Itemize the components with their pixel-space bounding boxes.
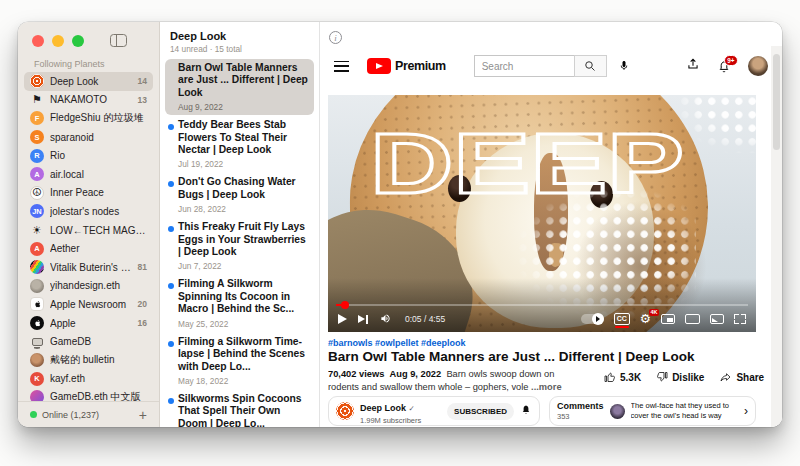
- video-player[interactable]: DEEP 0:05 / 4:55: [328, 95, 756, 332]
- channel-logo-icon[interactable]: [336, 402, 354, 420]
- article-item-2[interactable]: Teddy Bear Bees Stab Flowers To Steal Th…: [165, 116, 314, 172]
- add-feed-button[interactable]: +: [139, 408, 147, 422]
- feed-label: Aether: [50, 243, 147, 254]
- sidebar-item-apple[interactable]: Apple 16: [24, 314, 153, 333]
- share-button[interactable]: Share: [719, 371, 764, 383]
- miniplayer-button[interactable]: [661, 314, 675, 324]
- sidebar-item-yihandesign-eth[interactable]: yihandesign.eth: [24, 277, 153, 296]
- hashtag-links[interactable]: #barnowls #owlpellet #deeplook: [328, 338, 466, 348]
- sidebar-item-air-local[interactable]: A air.local: [24, 165, 153, 184]
- inner-peace-icon: ☮: [30, 186, 44, 200]
- play-button[interactable]: [338, 314, 347, 324]
- sidebar-item-rio[interactable]: R Rio: [24, 146, 153, 165]
- article-item-3[interactable]: Don't Go Chasing Water Bugs | Deep Look …: [165, 173, 314, 217]
- subscribed-button[interactable]: SUBSCRIBED: [447, 403, 514, 420]
- next-button[interactable]: [358, 315, 368, 324]
- unread-dot-icon: [168, 341, 174, 347]
- expand-comments-chevron-icon[interactable]: ›: [744, 404, 748, 418]
- sidebar-item-sparanoid[interactable]: S sparanoid: [24, 128, 153, 147]
- channel-card[interactable]: Deep Look ✓ 1.99M subscribers SUBSCRIBED: [328, 396, 540, 426]
- below-video-cards: Deep Look ✓ 1.99M subscribers SUBSCRIBED…: [328, 396, 756, 426]
- article-title: Filming a Silkworm Time-lapse | Behind t…: [178, 336, 308, 373]
- feed-label: FledgeShiu 的垃圾堆: [50, 111, 147, 125]
- like-button[interactable]: 5.3K: [604, 371, 641, 383]
- volume-icon[interactable]: [379, 310, 392, 328]
- online-status-text: Online (1,237): [42, 410, 134, 420]
- upload-date: Aug 9, 2022: [390, 369, 442, 379]
- menu-icon[interactable]: [334, 61, 349, 72]
- zoom-window-button[interactable]: [72, 35, 84, 47]
- toggle-sidebar-icon[interactable]: [110, 34, 127, 47]
- feed-label: NAKAMOTO: [50, 94, 134, 105]
- sidebar-item-low-tech-magazine[interactable]: ☀ LOW←TECH MAGAZINE: [24, 221, 153, 240]
- daiming-avatar: [30, 353, 44, 367]
- sidebar-item-bulletin[interactable]: 戴铭的 bulletin: [24, 351, 153, 370]
- captions-button[interactable]: CC: [614, 313, 630, 324]
- dislike-button[interactable]: Dislike: [656, 371, 704, 383]
- quality-badge: 4K: [649, 309, 659, 317]
- article-item-6[interactable]: Filming a Silkworm Time-lapse | Behind t…: [165, 333, 314, 389]
- minimize-window-button[interactable]: [52, 35, 64, 47]
- show-more-link[interactable]: ...more: [531, 382, 561, 392]
- deep-look-logo-icon: [30, 74, 44, 88]
- autoplay-toggle[interactable]: [581, 314, 604, 324]
- article-item-4[interactable]: This Freaky Fruit Fly Lays Eggs in Your …: [165, 218, 314, 274]
- upload-icon[interactable]: [686, 57, 700, 75]
- sidebar-item-deep-look[interactable]: Deep Look 14: [24, 72, 153, 91]
- scrollbar-thumb[interactable]: [773, 54, 780, 150]
- scrollbar[interactable]: [771, 46, 782, 427]
- close-window-button[interactable]: [32, 35, 44, 47]
- feed-label: yihandesign.eth: [50, 280, 147, 291]
- search-button[interactable]: [574, 55, 607, 77]
- notification-count-badge: 9+: [724, 55, 738, 67]
- unread-count-badge: 81: [138, 262, 147, 272]
- sidebar-feed-list: Deep Look 14 ⚑ NAKAMOTO 13 F FledgeShiu …: [18, 72, 159, 401]
- settings-gear-icon[interactable]: ⚙4K: [640, 313, 651, 326]
- sidebar-item-fledgeshiu[interactable]: F FledgeShiu 的垃圾堆: [24, 109, 153, 128]
- feed-unread-summary: 14 unread · 15 total: [170, 44, 309, 54]
- window-controls: [18, 22, 159, 47]
- sidebar-item-gamedb[interactable]: GameDB: [24, 332, 153, 351]
- sidebar-item-apple-newsroom[interactable]: Apple Newsroom 20: [24, 295, 153, 314]
- theater-mode-button[interactable]: [685, 314, 700, 324]
- article-title: Teddy Bear Bees Stab Flowers To Steal Th…: [178, 119, 308, 156]
- account-avatar[interactable]: [748, 56, 768, 76]
- status-bar: Online (1,237) +: [18, 401, 159, 427]
- feed-label: Apple: [50, 318, 134, 329]
- sparanoid-avatar: S: [30, 130, 44, 144]
- sidebar-item-aether[interactable]: A Aether: [24, 239, 153, 258]
- article-item-5[interactable]: Filming A Silkworm Spinning Its Cocoon i…: [165, 275, 314, 331]
- sidebar-item-nakamoto[interactable]: ⚑ NAKAMOTO 13: [24, 91, 153, 110]
- youtube-brand-label: Premium: [395, 59, 446, 73]
- search-input[interactable]: [474, 55, 574, 77]
- notifications-on-bell-icon[interactable]: [520, 402, 532, 420]
- article-item-1[interactable]: Barn Owl Table Manners are Just ... Diff…: [165, 59, 314, 115]
- feed-label: Deep Look: [50, 76, 134, 87]
- article-list-pane: Deep Look 14 unread · 15 total Barn Owl …: [160, 22, 320, 427]
- feed-label: Inner Peace: [50, 187, 147, 198]
- feed-label: 戴铭的 bulletin: [50, 353, 147, 367]
- notifications-bell-icon[interactable]: 9+: [717, 59, 731, 74]
- sidebar-item-vitalik-buterin-s-we[interactable]: Vitalik Buterin's we... 81: [24, 258, 153, 277]
- article-title: Don't Go Chasing Water Bugs | Deep Look: [178, 176, 308, 201]
- article-info-icon[interactable]: i: [329, 31, 342, 44]
- video-meta: 70,402 views Aug 9, 2022 Barn owls swoop…: [328, 368, 586, 396]
- thumbs-down-icon: [656, 371, 668, 383]
- app-window: Following Planets Deep Look 14 ⚑ NAKAMOT…: [18, 22, 782, 427]
- sidebar-item-jolestar-s-nodes[interactable]: JN jolestar's nodes: [24, 202, 153, 221]
- article-item-7[interactable]: Silkworms Spin Cocoons That Spell Their …: [165, 390, 314, 427]
- feed-label: Rio: [50, 150, 147, 161]
- air-local-avatar: A: [30, 167, 44, 181]
- commenter-avatar: [610, 404, 625, 419]
- comments-card[interactable]: Comments 353 The owl-face hat they used …: [549, 396, 756, 426]
- fullscreen-button[interactable]: [734, 314, 746, 324]
- cast-button[interactable]: [710, 314, 724, 324]
- unread-count-badge: 20: [138, 299, 147, 309]
- sidebar-item-gamedb-eth[interactable]: GameDB.eth 中文版: [24, 388, 153, 401]
- voice-search-icon[interactable]: [618, 59, 630, 73]
- article-date: Jun 28, 2022: [178, 204, 308, 214]
- sidebar-item-kayf-eth[interactable]: K kayf.eth: [24, 370, 153, 389]
- sidebar-item-inner-peace[interactable]: ☮ Inner Peace: [24, 184, 153, 203]
- unread-dot-icon: [168, 181, 174, 187]
- youtube-premium-logo[interactable]: Premium: [367, 58, 446, 74]
